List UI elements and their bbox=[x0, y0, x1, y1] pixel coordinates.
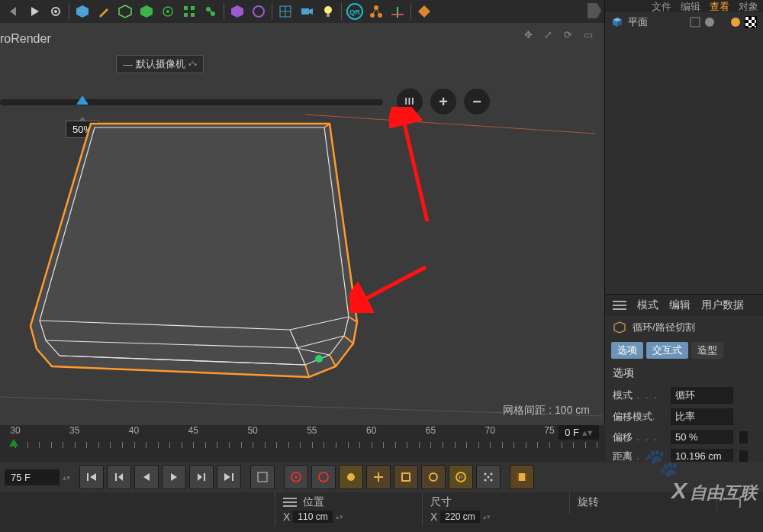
viewport[interactable]: roRender ✥ ⤢ ⟳ ▭ — 默认摄像机 •°• 50% III + − bbox=[0, 23, 605, 425]
spinner-icon[interactable] bbox=[738, 431, 748, 443]
ruler-tick: 45 bbox=[188, 425, 198, 436]
svg-rect-9 bbox=[184, 13, 188, 17]
svg-marker-32 bbox=[418, 5, 430, 18]
tab-file[interactable]: 文件 bbox=[652, 0, 671, 12]
spinner-icon[interactable] bbox=[738, 450, 748, 463]
render-dot-icon[interactable] bbox=[705, 18, 714, 27]
timeline-cursor-icon[interactable] bbox=[9, 439, 18, 447]
timeline[interactable]: 30354045505560657075 0 F▴▾ bbox=[0, 425, 605, 462]
param-key-button[interactable]: P bbox=[449, 465, 473, 489]
layer-dot-icon[interactable] bbox=[731, 18, 740, 27]
maximize-view-icon[interactable]: ▭ bbox=[584, 29, 599, 44]
axis-icon[interactable] bbox=[388, 2, 407, 21]
undo-icon[interactable] bbox=[3, 2, 23, 21]
goto-start-button[interactable] bbox=[79, 465, 104, 489]
subtab-shape[interactable]: 造型 bbox=[691, 342, 723, 359]
section-options: 选项 bbox=[605, 362, 763, 385]
field-purple-icon[interactable] bbox=[249, 2, 269, 21]
tab-view[interactable]: 查看 bbox=[710, 0, 729, 12]
step-back-button[interactable] bbox=[134, 465, 159, 489]
mesh-object[interactable] bbox=[0, 69, 605, 427]
camera-icon[interactable] bbox=[297, 2, 317, 21]
step-fwd-button[interactable] bbox=[189, 465, 214, 489]
svg-point-64 bbox=[295, 476, 298, 479]
watermark-paw-icon: 🐾 bbox=[645, 447, 679, 479]
tab-edit[interactable]: 编辑 bbox=[681, 0, 700, 12]
hamburger-icon[interactable] bbox=[613, 301, 626, 310]
svg-marker-4 bbox=[140, 5, 153, 18]
ruler-tick: 75 bbox=[544, 425, 554, 436]
ruler-tick: 65 bbox=[426, 425, 436, 436]
pen-icon[interactable] bbox=[94, 2, 114, 21]
start-frame-field[interactable]: 75 F bbox=[5, 469, 60, 485]
tab-object[interactable]: 对象 bbox=[739, 0, 758, 12]
attrtab-edit[interactable]: 编辑 bbox=[669, 298, 691, 312]
svg-point-42 bbox=[315, 355, 323, 363]
ruler-tick: 40 bbox=[129, 425, 139, 436]
coords-position-label: 位置 bbox=[303, 495, 324, 509]
svg-point-6 bbox=[166, 10, 169, 13]
svg-rect-61 bbox=[232, 473, 233, 481]
svg-line-33 bbox=[305, 114, 595, 134]
tool-cube-icon bbox=[613, 321, 626, 334]
array-icon[interactable] bbox=[179, 2, 199, 21]
key-sel-button[interactable] bbox=[339, 465, 363, 489]
svg-rect-22 bbox=[327, 14, 330, 17]
object-row-plane[interactable]: 平面 bbox=[605, 12, 763, 32]
prop-offset-value[interactable]: 50 % bbox=[671, 430, 733, 444]
grid-blue-icon[interactable] bbox=[275, 2, 295, 21]
rotate-view-icon[interactable]: ⟳ bbox=[564, 29, 579, 44]
play-button[interactable] bbox=[162, 465, 186, 489]
light-icon[interactable] bbox=[318, 2, 338, 21]
zoom-view-icon[interactable]: ⤢ bbox=[544, 29, 559, 44]
diamond-orange-icon[interactable] bbox=[414, 2, 434, 21]
cube-outline-icon[interactable] bbox=[115, 2, 135, 21]
x-label: X bbox=[283, 511, 290, 523]
goto-end-button[interactable] bbox=[217, 465, 241, 489]
record-button[interactable] bbox=[284, 465, 308, 489]
svg-rect-62 bbox=[258, 472, 267, 482]
svg-rect-80 bbox=[525, 473, 526, 481]
texture-checker-icon[interactable] bbox=[745, 16, 757, 28]
svg-rect-10 bbox=[191, 13, 195, 17]
subtab-options[interactable]: 选项 bbox=[611, 342, 643, 359]
svg-marker-55 bbox=[118, 473, 123, 481]
gear-icon[interactable] bbox=[46, 2, 66, 21]
svg-point-15 bbox=[253, 6, 264, 17]
pos-x-value[interactable]: 110 cm bbox=[293, 511, 332, 523]
svg-marker-56 bbox=[143, 473, 150, 481]
size-x-value[interactable]: 220 cm bbox=[440, 511, 479, 523]
attrtab-userdata[interactable]: 用户数据 bbox=[701, 298, 744, 312]
film-icon[interactable] bbox=[510, 465, 534, 489]
svg-point-65 bbox=[319, 472, 328, 482]
visibility-icon[interactable] bbox=[690, 17, 700, 27]
prev-key-button[interactable] bbox=[107, 465, 131, 489]
object-manager-tabs: 文件 编辑 查看 对象 bbox=[605, 0, 763, 12]
deformer-purple-icon[interactable] bbox=[227, 2, 247, 21]
rotate-key-button[interactable] bbox=[421, 465, 446, 489]
svg-rect-8 bbox=[191, 6, 195, 10]
cube-blue-icon[interactable] bbox=[72, 2, 92, 21]
prop-offsetmode-value[interactable]: 比率 bbox=[671, 408, 733, 425]
move-view-icon[interactable]: ✥ bbox=[524, 29, 539, 44]
object-name: 平面 bbox=[628, 15, 648, 29]
play-icon[interactable] bbox=[24, 2, 44, 21]
atom-icon[interactable] bbox=[158, 2, 178, 21]
autokey-button[interactable] bbox=[311, 465, 336, 489]
hamburger-icon[interactable] bbox=[283, 498, 297, 507]
scale-key-button[interactable] bbox=[394, 465, 418, 489]
prop-mode-value[interactable]: 循环 bbox=[671, 387, 733, 404]
link-icon[interactable] bbox=[201, 2, 221, 21]
current-frame-field[interactable]: 0 F▴▾ bbox=[559, 425, 599, 440]
subtab-interactive[interactable]: 交互式 bbox=[646, 342, 688, 359]
svg-rect-7 bbox=[184, 6, 188, 10]
svg-point-77 bbox=[488, 476, 490, 479]
cube-green-icon[interactable] bbox=[137, 2, 156, 21]
move-key-button[interactable] bbox=[366, 465, 391, 489]
qr-icon[interactable]: QR bbox=[345, 2, 365, 21]
svg-rect-50 bbox=[691, 18, 700, 27]
attrtab-mode[interactable]: 模式 bbox=[637, 298, 658, 312]
hierarchy-orange-icon[interactable] bbox=[366, 2, 386, 21]
pointlevel-key-button[interactable] bbox=[476, 465, 501, 489]
fcurve-button[interactable] bbox=[250, 465, 275, 489]
